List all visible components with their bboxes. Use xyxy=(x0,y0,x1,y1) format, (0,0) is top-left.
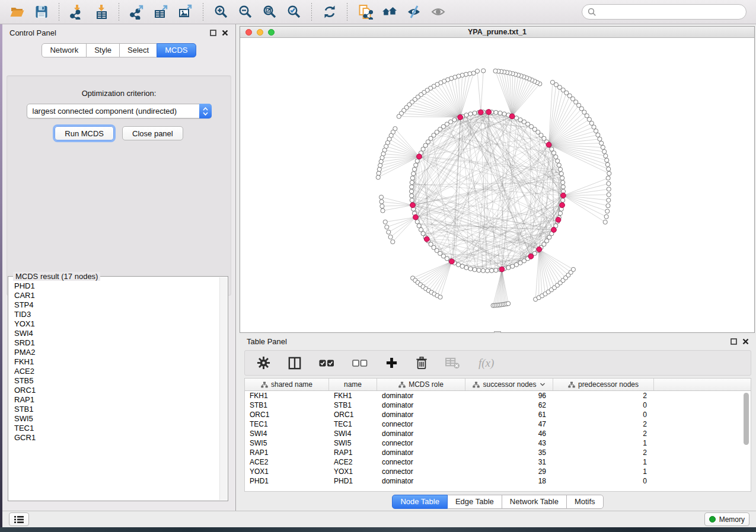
mcds-result-item[interactable]: RAP1 xyxy=(14,395,219,405)
network-node[interactable] xyxy=(415,220,419,224)
float-panel-icon[interactable] xyxy=(731,338,737,345)
network-node[interactable] xyxy=(490,268,494,273)
network-leaf-node[interactable] xyxy=(605,209,610,213)
table-cell[interactable]: SWI5 xyxy=(245,438,329,448)
column-header-name[interactable]: name xyxy=(329,379,377,390)
network-leaf-node[interactable] xyxy=(599,141,604,145)
network-leaf-node[interactable] xyxy=(607,193,611,197)
network-node[interactable] xyxy=(464,113,468,117)
mcds-hub-node[interactable] xyxy=(410,203,416,208)
network-window-titlebar[interactable]: YPA_prune.txt_1 xyxy=(240,27,754,38)
tab-node-table[interactable]: Node Table xyxy=(392,495,448,509)
table-cell[interactable]: RAP1 xyxy=(329,448,377,457)
network-leaf-node[interactable] xyxy=(601,145,605,149)
network-leaf-node[interactable] xyxy=(376,175,380,180)
table-cell[interactable]: 2 xyxy=(553,429,654,438)
zoom-selected-button[interactable] xyxy=(282,2,306,22)
table-cell[interactable]: 43 xyxy=(465,438,553,448)
mcds-hub-node[interactable] xyxy=(560,193,566,198)
table-row[interactable]: FKH1FKH1dominator962 xyxy=(245,391,751,400)
network-leaf-node[interactable] xyxy=(604,154,608,158)
table-cell[interactable]: dominator xyxy=(377,391,465,400)
network-node[interactable] xyxy=(477,268,481,273)
refresh-button[interactable] xyxy=(317,2,342,22)
table-cell[interactable]: 1 xyxy=(553,467,654,476)
first-neighbors-button[interactable] xyxy=(377,2,401,22)
table-cell[interactable]: RAP1 xyxy=(245,448,329,457)
table-cell[interactable]: ACE2 xyxy=(329,457,377,467)
mcds-result-item[interactable]: GCR1 xyxy=(14,433,219,443)
table-cell[interactable]: 1 xyxy=(553,457,654,467)
table-cell[interactable]: YOX1 xyxy=(329,467,377,476)
network-node[interactable] xyxy=(410,194,414,198)
table-cell[interactable]: 0 xyxy=(553,410,654,419)
table-row[interactable]: TEC1TEC1connector472 xyxy=(245,419,751,429)
delete-column-button[interactable] xyxy=(416,357,428,370)
network-node[interactable] xyxy=(506,265,511,270)
table-cell[interactable]: 96 xyxy=(465,391,553,400)
network-leaf-node[interactable] xyxy=(571,267,575,271)
table-cell[interactable]: connector xyxy=(377,419,465,429)
network-leaf-node[interactable] xyxy=(604,214,608,219)
mcds-hub-node[interactable] xyxy=(509,114,515,119)
table-cell[interactable]: connector xyxy=(377,467,465,476)
network-node[interactable] xyxy=(556,159,560,163)
network-leaf-node[interactable] xyxy=(598,137,602,141)
table-cell[interactable]: dominator xyxy=(377,476,465,486)
network-leaf-node[interactable] xyxy=(388,235,393,239)
search-input[interactable] xyxy=(596,7,741,17)
table-cell[interactable]: 0 xyxy=(553,476,654,486)
table-cell[interactable]: connector xyxy=(377,438,465,448)
table-cell[interactable]: 29 xyxy=(465,467,553,476)
network-leaf-node[interactable] xyxy=(380,204,384,208)
open-file-button[interactable] xyxy=(5,2,29,22)
network-leaf-node[interactable] xyxy=(391,240,395,244)
tab-network[interactable]: Network xyxy=(42,43,87,57)
table-row[interactable]: SWI4SWI4dominator462 xyxy=(245,429,751,438)
network-leaf-node[interactable] xyxy=(607,181,611,185)
mcds-result-list[interactable]: PHD1CAR1STP4TID3YOX1SWI4SRD1PMA2FKH1ACE2… xyxy=(9,280,219,500)
mcds-hub-node[interactable] xyxy=(537,247,542,252)
table-cell[interactable]: ACE2 xyxy=(245,457,329,467)
close-panel-button[interactable]: Close panel xyxy=(122,126,183,140)
zoom-in-button[interactable] xyxy=(209,2,233,22)
mcds-result-item[interactable]: STP4 xyxy=(14,300,219,310)
table-cell[interactable]: FKH1 xyxy=(329,391,377,400)
network-node[interactable] xyxy=(557,163,561,167)
column-header-predecessor-nodes[interactable]: predecessor nodes xyxy=(553,379,654,390)
gear-button[interactable] xyxy=(257,356,270,370)
network-leaf-node[interactable] xyxy=(493,69,497,73)
network-node[interactable] xyxy=(410,176,414,180)
column-header-successor-nodes[interactable]: successor nodes xyxy=(465,379,553,390)
network-node[interactable] xyxy=(421,147,425,151)
zoom-out-button[interactable] xyxy=(233,2,257,22)
table-cell[interactable]: 1 xyxy=(553,438,654,448)
table-cell[interactable]: SWI4 xyxy=(245,429,329,438)
zoom-fit-button[interactable] xyxy=(257,2,282,22)
network-node[interactable] xyxy=(494,110,498,114)
mcds-hub-node[interactable] xyxy=(528,254,534,259)
table-cell[interactable]: dominator xyxy=(377,400,465,410)
network-leaf-node[interactable] xyxy=(602,149,607,153)
mcds-hub-node[interactable] xyxy=(413,214,419,220)
float-panel-icon[interactable] xyxy=(210,30,216,36)
network-node[interactable] xyxy=(560,176,564,180)
column-header-MCDS-role[interactable]: MCDS role xyxy=(377,379,465,390)
hide-selected-button[interactable] xyxy=(401,2,426,22)
mcds-result-item[interactable]: CAR1 xyxy=(14,291,219,300)
search-box[interactable] xyxy=(582,4,747,20)
network-node[interactable] xyxy=(558,167,562,171)
network-node[interactable] xyxy=(473,111,477,115)
table-cell[interactable]: FKH1 xyxy=(245,391,329,400)
column-header-shared-name[interactable]: shared name xyxy=(245,379,329,390)
network-leaf-node[interactable] xyxy=(607,198,611,202)
network-node[interactable] xyxy=(473,268,477,272)
mcds-result-item[interactable]: TID3 xyxy=(14,310,219,319)
table-cell[interactable]: STB1 xyxy=(245,400,329,410)
add-column-button[interactable] xyxy=(385,357,398,369)
columns-button[interactable] xyxy=(288,357,301,370)
network-leaf-node[interactable] xyxy=(383,220,387,224)
network-node[interactable] xyxy=(414,163,418,167)
table-cell[interactable]: dominator xyxy=(377,429,465,438)
network-leaf-node[interactable] xyxy=(607,167,611,171)
